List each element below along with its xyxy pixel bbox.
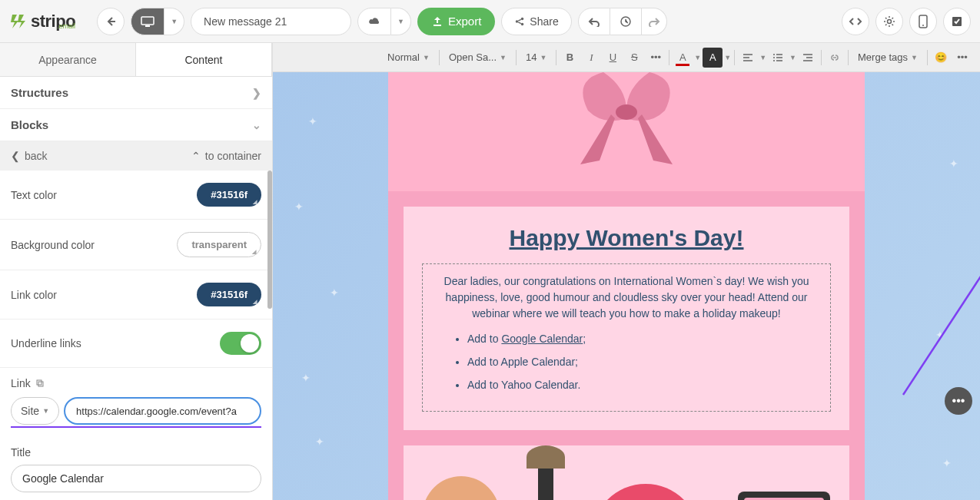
- arrow-left-icon: [105, 15, 117, 28]
- redo-button[interactable]: [642, 8, 667, 35]
- text-color-button[interactable]: A: [673, 48, 693, 68]
- italic-button[interactable]: I: [581, 48, 601, 68]
- email-body: Happy Women's Day! Dear ladies, our cong…: [388, 72, 865, 500]
- list-item[interactable]: Add to Yahoo Calendar.: [467, 379, 816, 391]
- tab-appearance[interactable]: Appearance: [0, 43, 136, 76]
- text-block-selected[interactable]: Dear ladies, our congratulations on Inte…: [422, 263, 831, 412]
- view-dropdown[interactable]: ▼: [164, 8, 184, 35]
- link-url-input[interactable]: [64, 397, 261, 425]
- cloud-group: ▼: [357, 8, 411, 35]
- to-container-label: to container: [205, 150, 261, 162]
- back-link[interactable]: ❮ back: [11, 150, 48, 162]
- font-size-select[interactable]: 14▼: [520, 48, 553, 66]
- chevron-down-icon[interactable]: ▼: [759, 54, 766, 61]
- svg-point-6: [888, 19, 892, 23]
- big-badge: BIG: [592, 484, 699, 500]
- email-heading[interactable]: Happy Women's Day!: [422, 225, 831, 251]
- tab-content[interactable]: Content: [136, 43, 272, 76]
- title-input[interactable]: [11, 465, 261, 492]
- settings-button[interactable]: [875, 8, 903, 35]
- checklist-button[interactable]: [943, 8, 971, 35]
- message-title-input[interactable]: [191, 8, 351, 35]
- google-calendar-link[interactable]: Google Calendar: [501, 333, 583, 345]
- chevron-down-icon[interactable]: ▼: [724, 54, 731, 61]
- export-button[interactable]: Export: [417, 8, 495, 35]
- svg-point-8: [922, 25, 924, 26]
- svg-rect-1: [145, 25, 150, 27]
- compact-image: [738, 492, 830, 500]
- chevron-down-icon: ▼: [171, 18, 178, 25]
- link-type-select[interactable]: Site ▼: [11, 397, 59, 425]
- link-icon: [829, 54, 841, 61]
- list-button[interactable]: [768, 48, 788, 68]
- more-formatting-button[interactable]: •••: [646, 48, 666, 68]
- share-label: Share: [530, 15, 558, 28]
- topbar: stripo .email ▼ ▼ Export Share: [0, 0, 980, 43]
- link-button[interactable]: [825, 48, 845, 68]
- bg-color-picker[interactable]: transparent: [177, 232, 261, 257]
- section-structures[interactable]: Structures ❯: [0, 77, 272, 109]
- link-section: Link Site ▼: [0, 368, 272, 437]
- canvas-wrap: Normal▼ Open Sa...▼ 14▼ B I U S ••• A ▼ …: [273, 43, 980, 500]
- list-item[interactable]: Add to Google Calendar;: [467, 333, 816, 345]
- underline-toggle[interactable]: [220, 332, 261, 355]
- strikethrough-button[interactable]: S: [624, 48, 644, 68]
- list-item[interactable]: Add to Apple Calendar;: [467, 356, 816, 368]
- code-button[interactable]: [842, 8, 869, 35]
- svg-point-13: [773, 57, 775, 58]
- share-button[interactable]: Share: [501, 8, 571, 35]
- chevron-right-icon: ❯: [252, 87, 261, 99]
- scrollbar[interactable]: [267, 171, 272, 309]
- undo-button[interactable]: [578, 8, 610, 35]
- copy-icon[interactable]: [35, 379, 45, 388]
- indent-button[interactable]: [798, 48, 818, 68]
- section-blocks[interactable]: Blocks ⌄: [0, 109, 272, 141]
- export-icon: [431, 15, 443, 28]
- product-image: [423, 476, 500, 500]
- emoji-button[interactable]: 😊: [931, 48, 951, 68]
- svg-rect-10: [37, 380, 42, 385]
- bold-button[interactable]: B: [560, 48, 580, 68]
- svg-line-17: [903, 72, 980, 395]
- text-color-row: Text color #31516f: [0, 171, 272, 220]
- chevron-down-icon: ▼: [423, 54, 430, 61]
- desktop-icon: [141, 16, 154, 27]
- desktop-view-button[interactable]: [131, 8, 164, 35]
- mobile-preview-button[interactable]: [909, 8, 937, 35]
- to-container-link[interactable]: ⌃ to container: [191, 150, 261, 162]
- chevron-down-icon: ▼: [397, 18, 404, 25]
- underline-label: Underline links: [11, 337, 81, 349]
- chevron-down-icon[interactable]: ▼: [694, 54, 701, 61]
- text-color-picker[interactable]: #31516f: [197, 183, 261, 207]
- cloud-dropdown[interactable]: ▼: [391, 8, 411, 35]
- structures-label: Structures: [11, 86, 68, 99]
- link-heading: Link: [11, 377, 261, 389]
- chevron-down-icon: ▼: [42, 407, 49, 415]
- history-button[interactable]: [610, 8, 642, 35]
- font-select[interactable]: Open Sa...▼: [443, 48, 513, 66]
- export-label: Export: [448, 15, 481, 28]
- share-icon: [514, 16, 525, 27]
- checklist-icon: [951, 15, 963, 28]
- view-mode-group: ▼: [131, 8, 184, 35]
- highlight-button[interactable]: A: [703, 48, 723, 68]
- more-actions-fab[interactable]: •••: [945, 387, 972, 415]
- link-color-picker[interactable]: #31516f: [197, 283, 261, 306]
- underline-button[interactable]: U: [603, 48, 623, 68]
- underline-row: Underline links: [0, 320, 272, 368]
- logo: stripo .email: [9, 12, 75, 31]
- cloud-save-button[interactable]: [357, 8, 391, 35]
- chevron-down-icon: ▼: [500, 54, 507, 61]
- paragraph-select[interactable]: Normal▼: [381, 48, 436, 66]
- email-canvas[interactable]: ✦✦ ✦✦ ✦✦ ✦✦ Happy Women's Day! Dear lad: [273, 72, 980, 500]
- merge-tags-select[interactable]: Merge tags▼: [852, 48, 924, 66]
- more-button[interactable]: •••: [952, 48, 972, 68]
- back-button[interactable]: [97, 8, 125, 35]
- svg-point-12: [773, 54, 775, 55]
- topbar-right: [842, 8, 971, 35]
- chevron-down-icon[interactable]: ▼: [789, 54, 796, 61]
- align-button[interactable]: [738, 48, 758, 68]
- gear-icon: [883, 15, 895, 28]
- ribbon-area: [388, 72, 865, 191]
- indent-icon: [802, 53, 813, 62]
